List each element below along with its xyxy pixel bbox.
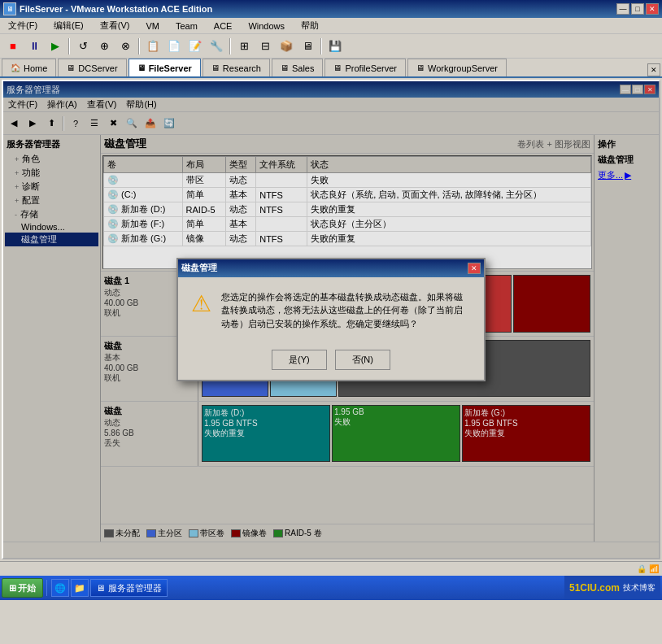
title-bar: 🖥 FileServer - VMware Workstation ACE Ed… [0,0,662,18]
taskbar-ie-icon[interactable]: 🌐 [51,579,69,597]
taskbar-server-label: 服务器管理器 [108,582,162,594]
tb-stop-btn[interactable]: ■ [3,37,23,56]
menu-edit[interactable]: 编辑(E) [49,18,89,33]
tab-home[interactable]: 🏠 Home [2,59,56,76]
start-button[interactable]: ⊞ 开始 [2,578,43,598]
tab-fileserver[interactable]: 🖥 FileServer [128,59,201,76]
tray-icons: 🔒 📶 [637,564,659,573]
tab-workgroupserver[interactable]: 🖥 WorkgroupServer [407,59,507,76]
menu-vm[interactable]: VM [141,20,164,33]
tab-research[interactable]: 🖥 Research [203,59,270,76]
tb-separator-4 [320,38,322,54]
tab-sales-label: Sales [292,63,315,73]
menu-file[interactable]: 文件(F) [3,18,42,33]
tb-separator-1 [68,38,70,54]
home-icon: 🏠 [11,63,20,72]
taskbar: ⊞ 开始 🌐 📁 🖥 服务器管理器 51CIU.com 技术博客 [0,576,662,600]
tab-home-label: Home [24,63,47,73]
tb-btn4[interactable]: ⊗ [115,37,135,56]
dialog-message: 您选定的操作会将选定的基本磁盘转换成动态磁盘。如果将磁盘转换成动态，您将无法从这… [221,290,471,331]
menu-ace[interactable]: ACE [209,20,237,33]
warning-icon: ⚠ [191,290,211,317]
vm-tabs: 🏠 Home 🖥 DCServer 🖥 FileServer 🖥 Researc… [0,59,662,78]
tb-btn2[interactable]: ↺ [73,37,93,56]
tb-btn13[interactable]: 💾 [325,37,345,56]
tray-clock: 技术博客 [623,582,655,594]
tb-btn9[interactable]: ⊞ [234,37,254,56]
tab-workgroupserver-label: WorkgroupServer [428,63,498,73]
close-button[interactable]: ✕ [646,3,659,15]
title-bar-left: 🖥 FileServer - VMware Workstation ACE Ed… [3,2,212,15]
tab-research-label: Research [223,63,261,73]
app-icon: 🖥 [3,2,16,15]
research-icon: 🖥 [211,63,220,72]
menu-view[interactable]: 查看(V) [95,18,135,33]
main-toolbar: ■ ⏸ ▶ ↺ ⊕ ⊗ 📋 📄 📝 🔧 ⊞ ⊟ 📦 🖥 💾 [0,34,662,59]
tb-separator-3 [229,38,231,54]
dialog-no-button[interactable]: 否(N) [335,350,390,370]
outer-status-bar: 🔒 📶 [0,561,662,576]
tb-btn12[interactable]: 🖥 [298,37,317,56]
tb-play-btn[interactable]: ▶ [46,37,65,56]
tb-btn8[interactable]: 🔧 [207,37,226,56]
tab-profileserver[interactable]: 🖥 ProfileServer [324,59,406,76]
dialog-title-text: 磁盘管理 [181,262,217,274]
menu-team[interactable]: Team [171,20,203,33]
fileserver-icon: 🖥 [137,63,146,72]
tray-brand: 51CIU.com [569,582,620,594]
dialog-yes-button[interactable]: 是(Y) [272,350,327,370]
windows-logo-icon: ⊞ [9,583,16,594]
workgroupserver-icon: 🖥 [416,63,425,72]
tab-sales[interactable]: 🖥 Sales [272,59,324,76]
profileserver-icon: 🖥 [333,63,342,72]
taskbar-folder-icon[interactable]: 📁 [71,579,89,597]
dialog-close-button[interactable]: ✕ [468,263,481,274]
tb-pause-btn[interactable]: ⏸ [24,37,44,56]
taskbar-server-icon: 🖥 [96,583,105,593]
tabs-close-button[interactable]: ✕ [647,63,660,76]
tb-btn10[interactable]: ⊟ [255,37,275,56]
tb-btn11[interactable]: 📦 [277,37,296,56]
dialog-overlay: 磁盘管理 ✕ ⚠ 您选定的操作会将选定的基本磁盘转换成动态磁盘。如果将磁盘转换成… [3,81,659,558]
dialog-title-bar: 磁盘管理 ✕ [178,259,484,277]
tab-profileserver-label: ProfileServer [345,63,397,73]
sales-icon: 🖥 [281,63,289,72]
window-controls: — □ ✕ [616,3,659,15]
minimize-button[interactable]: — [616,3,629,15]
start-label: 开始 [18,582,36,594]
tb-btn6[interactable]: 📄 [164,37,184,56]
tab-dcserver-label: DCServer [78,63,117,73]
disk-mgmt-dialog: 磁盘管理 ✕ ⚠ 您选定的操作会将选定的基本磁盘转换成动态磁盘。如果将磁盘转换成… [176,258,486,382]
tray-area: 🔒 📶 [637,564,659,573]
taskbar-separator [46,580,48,596]
dialog-body: ⚠ 您选定的操作会将选定的基本磁盘转换成动态磁盘。如果将磁盘转换成动态，您将无法… [178,277,484,344]
tab-dcserver[interactable]: 🖥 DCServer [58,59,126,76]
taskbar-server-manager[interactable]: 🖥 服务器管理器 [90,579,168,597]
tb-btn7[interactable]: 📝 [185,37,205,56]
menu-help[interactable]: 帮助 [296,18,324,33]
dialog-buttons: 是(Y) 否(N) [178,343,484,380]
maximize-button[interactable]: □ [631,3,644,15]
system-tray: 51CIU.com 技术博客 [564,576,660,600]
tb-btn5[interactable]: 📋 [143,37,163,56]
tb-separator-2 [138,38,140,54]
menu-windows[interactable]: Windows [243,20,290,33]
tb-btn3[interactable]: ⊕ [94,37,114,56]
tab-fileserver-label: FileServer [149,63,192,73]
window-title: FileServer - VMware Workstation ACE Edit… [20,4,212,14]
menu-bar: 文件(F) 编辑(E) 查看(V) VM Team ACE Windows 帮助 [0,18,662,34]
dcserver-icon: 🖥 [67,63,75,72]
